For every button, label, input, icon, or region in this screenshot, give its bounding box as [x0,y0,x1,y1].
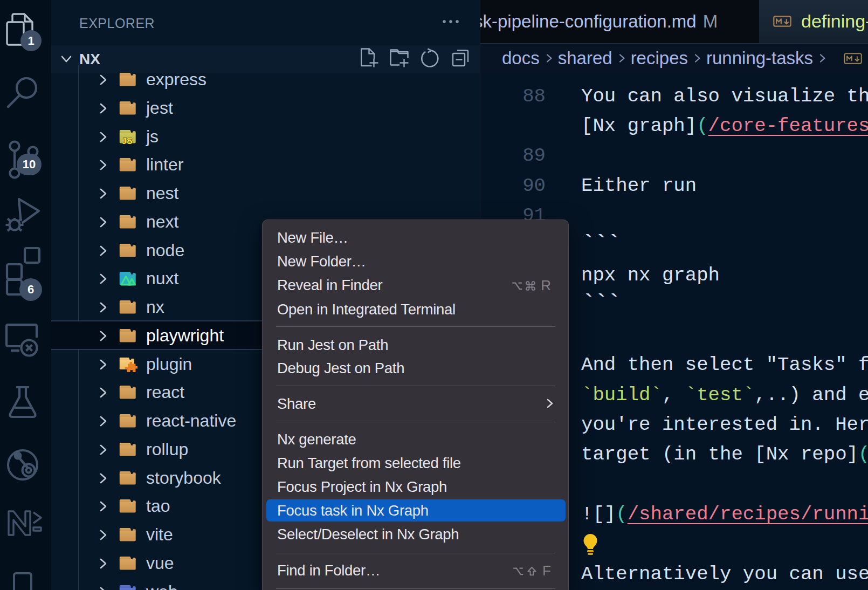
svg-text:JS: JS [122,136,133,144]
